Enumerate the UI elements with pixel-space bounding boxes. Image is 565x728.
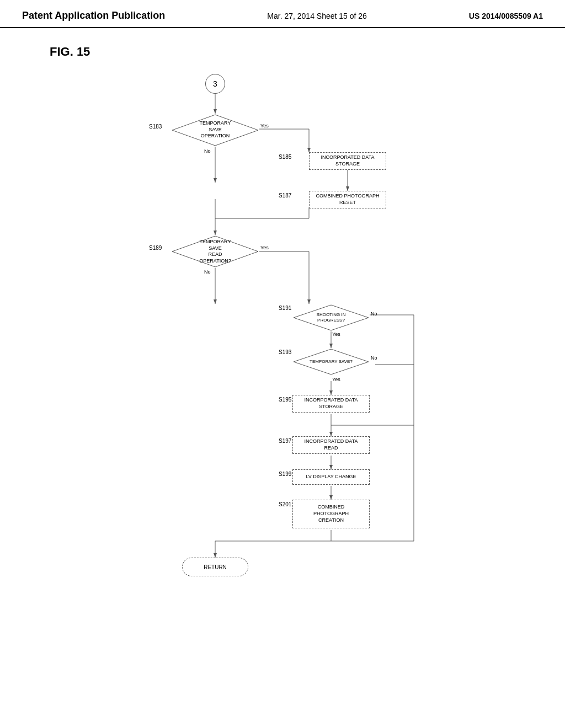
s193-yes-label: Yes <box>332 377 340 382</box>
s189-no-label: No <box>204 269 211 275</box>
s191-yes-label: Yes <box>332 331 340 337</box>
return-text: RETURN <box>204 564 227 570</box>
s191-label: S191 <box>279 305 291 311</box>
s191-no-label: No <box>371 311 377 317</box>
publication-date-sheet: Mar. 27, 2014 Sheet 15 of 26 <box>267 12 367 20</box>
s183-text: TEMPORARY SAVEOPERATION <box>193 120 237 140</box>
start-label: 3 <box>213 79 217 88</box>
s189-diamond: TEMPORARY SAVEREAD OPERATION? <box>171 235 259 268</box>
s201-label: S201 <box>279 501 291 507</box>
s199-rect: LV DISPLAY CHANGE <box>292 469 370 485</box>
s183-yes-label: Yes <box>260 123 269 129</box>
s193-label: S193 <box>279 349 291 355</box>
s197-rect: INCORPORATED DATAREAD <box>292 436 370 454</box>
s185-label: S185 <box>279 154 291 160</box>
start-node: 3 <box>205 74 225 94</box>
s189-label: S189 <box>149 245 162 251</box>
s199-label: S199 <box>279 471 291 477</box>
s193-text: TEMPORARY SAVE? <box>309 359 353 365</box>
s193-diamond: TEMPORARY SAVE? <box>292 348 370 376</box>
fig-label: FIG. 15 <box>50 45 90 59</box>
s185-text: INCORPORATED DATASTORAGE <box>321 154 374 167</box>
s195-label: S195 <box>279 397 291 403</box>
flowchart-arrows <box>0 28 565 690</box>
publication-title: Patent Application Publication <box>22 10 165 22</box>
diagram-area: FIG. 15 <box>0 28 565 690</box>
s197-label: S197 <box>279 438 291 444</box>
s191-text: SHOOTING INPROGRESS? <box>309 312 353 324</box>
s183-diamond: TEMPORARY SAVEOPERATION <box>171 114 259 147</box>
return-node: RETURN <box>182 558 248 576</box>
s187-text: COMBINED PHOTOGRAPHRESET <box>316 193 380 206</box>
s193-no-label: No <box>371 355 377 361</box>
s183-label: S183 <box>149 124 162 130</box>
s201-rect: COMBINEDPHOTOGRAPHCREATION <box>292 500 370 528</box>
s201-text: COMBINEDPHOTOGRAPHCREATION <box>313 504 349 523</box>
publication-number: US 2014/0085509 A1 <box>469 12 543 20</box>
s189-text: TEMPORARY SAVEREAD OPERATION? <box>193 239 237 265</box>
s187-label: S187 <box>279 192 291 199</box>
s191-diamond: SHOOTING INPROGRESS? <box>292 304 370 331</box>
page-header: Patent Application Publication Mar. 27, … <box>0 0 565 28</box>
s187-rect: COMBINED PHOTOGRAPHRESET <box>309 191 386 208</box>
s185-rect: INCORPORATED DATASTORAGE <box>309 152 386 170</box>
s195-text: INCORPORATED DATASTORAGE <box>304 397 358 410</box>
s197-text: INCORPORATED DATAREAD <box>304 438 358 451</box>
s183-no-label: No <box>204 148 211 154</box>
s195-rect: INCORPORATED DATASTORAGE <box>292 395 370 413</box>
s199-text: LV DISPLAY CHANGE <box>306 474 356 480</box>
s189-yes-label: Yes <box>260 245 269 250</box>
